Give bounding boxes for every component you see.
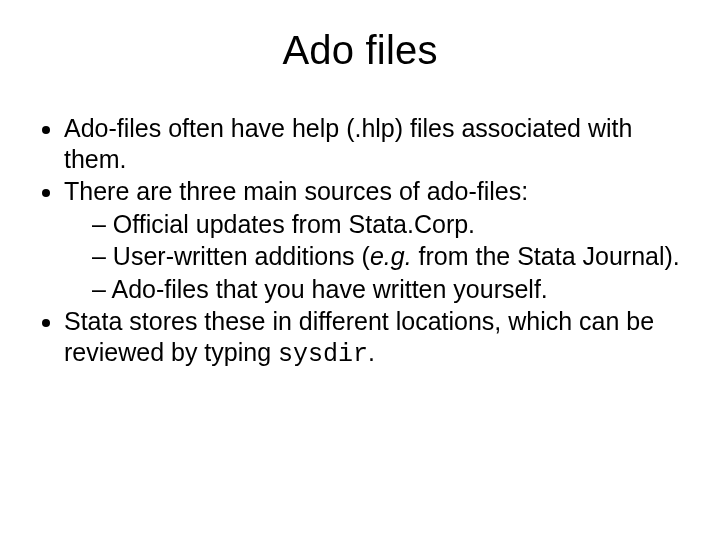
bullet-list: Ado-files often have help (.hlp) files a… (36, 113, 684, 370)
bullet-item: Ado-files often have help (.hlp) files a… (64, 113, 684, 174)
sub-bullet-item: Ado-files that you have written yourself… (92, 274, 684, 305)
sub-bullet-item: Official updates from Stata.Corp. (92, 209, 684, 240)
slide-title: Ado files (36, 28, 684, 73)
bullet-text: There are three main sources of ado-file… (64, 177, 528, 205)
bullet-item: There are three main sources of ado-file… (64, 176, 684, 304)
sub-bullet-text: Official updates from Stata.Corp. (113, 210, 475, 238)
bullet-text: Ado-files often have help (.hlp) files a… (64, 114, 632, 173)
sub-bullet-item: User-written additions (e.g. from the St… (92, 241, 684, 272)
code-text: sysdir (278, 340, 368, 369)
sub-bullet-text-eg: e.g. (370, 242, 412, 270)
sub-bullet-text: Ado-files that you have written yourself… (111, 275, 547, 303)
bullet-item: Stata stores these in different location… (64, 306, 684, 370)
sub-bullet-list: Official updates from Stata.Corp. User-w… (64, 209, 684, 305)
sub-bullet-text-pre: User-written additions ( (113, 242, 370, 270)
bullet-text-post: . (368, 338, 375, 366)
slide: Ado files Ado-files often have help (.hl… (0, 0, 720, 540)
sub-bullet-text-post: from the Stata Journal). (412, 242, 680, 270)
